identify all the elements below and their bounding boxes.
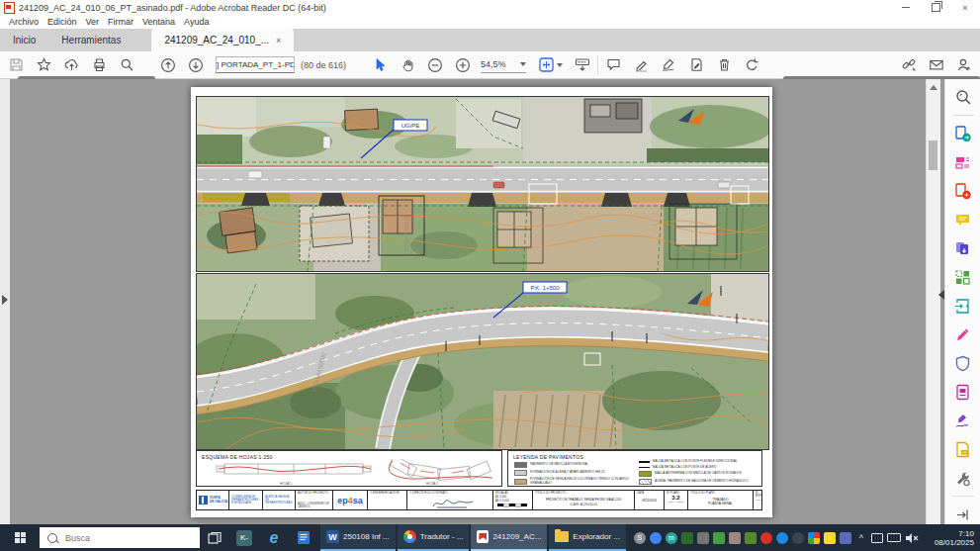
account-button[interactable] — [956, 57, 972, 73]
tray-icon-multicolor[interactable] — [808, 532, 820, 544]
share-link-button[interactable] — [901, 57, 917, 73]
tray-icon-m[interactable]: m — [666, 532, 677, 544]
plan-strip-lower: 150414AS0500 P.K. 1+500 — [196, 273, 769, 450]
taskbar-app-chrome[interactable]: Tradutor - ... — [398, 524, 470, 551]
tray-icon-blue2[interactable] — [776, 532, 788, 544]
tray-expand-icon[interactable]: ^ — [855, 532, 867, 544]
hand-icon — [401, 57, 415, 72]
zoom-out-button[interactable] — [427, 57, 443, 73]
menu-ayuda[interactable]: Ayuda — [184, 17, 209, 27]
edit-pdf-tool[interactable] — [952, 151, 974, 173]
tray-icon-keyboard[interactable] — [887, 533, 901, 542]
scroll-up-icon[interactable] — [930, 85, 937, 90]
zoom-in-button[interactable] — [455, 57, 471, 73]
scrollbar-thumb[interactable] — [929, 140, 937, 170]
taskbar-clock[interactable]: 7:10 08/01/2025 — [927, 529, 974, 547]
restore-button[interactable] — [921, 0, 950, 15]
taskbar-app-acrobat[interactable]: 241209_AC... — [471, 524, 547, 551]
menu-firmar[interactable]: Firmar — [108, 17, 134, 27]
pdf-page: 150414AS0500 UG/PE — [191, 87, 772, 517]
request-signatures-tool[interactable] — [952, 438, 974, 460]
create-pdf-tool[interactable] — [952, 180, 974, 202]
close-button[interactable]: × — [950, 0, 980, 15]
fill-and-sign-tool[interactable] — [952, 323, 974, 345]
menu-archivo[interactable]: Archivo — [9, 17, 39, 27]
tray-icon-skype[interactable]: S — [634, 532, 646, 544]
tab-close-icon[interactable]: × — [276, 36, 281, 46]
protect-tool[interactable] — [952, 352, 974, 374]
taskbar-app-explorer[interactable]: Explorador ... — [549, 524, 626, 551]
more-tools[interactable] — [952, 467, 974, 489]
tray-icon-red[interactable] — [760, 532, 772, 544]
pavement-legend-box: LEYENDA DE PAVIMENTOS PAVIMENTO DE MEZCL… — [507, 450, 762, 487]
task-view-button[interactable] — [200, 524, 229, 551]
highlight-tool-button[interactable] — [633, 57, 649, 73]
legend-item: PAVIMENTO DE MEZCLA BITUMINOSA — [514, 462, 629, 468]
search-tool[interactable] — [952, 86, 974, 108]
tray-icon-green-dark[interactable] — [681, 532, 693, 544]
find-button[interactable] — [119, 57, 134, 73]
taskbar-app-word[interactable]: W 250108 Inf ... — [320, 524, 396, 551]
epsa-logo-cell: ep4sa — [333, 491, 368, 509]
menu-ver[interactable]: Ver — [86, 17, 100, 27]
tab-document[interactable]: 241209_AC_24_010_... × — [151, 29, 294, 51]
tray-icon-dark[interactable] — [792, 532, 804, 544]
tray-icon-brush[interactable] — [729, 532, 741, 544]
tab-home[interactable]: Inicio — [0, 29, 48, 51]
comment-tool[interactable] — [952, 209, 974, 230]
comment-tool-button[interactable] — [605, 57, 621, 73]
tray-icon-gray[interactable] — [697, 532, 709, 544]
tray-icon-display[interactable] — [871, 533, 883, 543]
rotate-tool-button[interactable] — [744, 57, 759, 73]
tray-icon-sticky-note[interactable] — [824, 532, 836, 544]
combine-files-tool[interactable] — [952, 237, 974, 259]
chrome-icon — [403, 530, 416, 543]
sheet-1-label: HOJA 1 — [280, 482, 292, 486]
taskbar-search[interactable] — [40, 527, 200, 548]
page-display-button[interactable] — [575, 57, 590, 73]
wordpad-button[interactable] — [289, 524, 318, 551]
export-pdf-tool[interactable] — [952, 123, 974, 144]
select-tool-button[interactable] — [372, 57, 388, 73]
nav-pane-expand-icon[interactable] — [2, 295, 8, 305]
previous-page-button[interactable] — [160, 57, 176, 73]
next-page-button[interactable] — [188, 57, 204, 73]
tray-icon-shield[interactable] — [840, 532, 851, 544]
tab-tools[interactable]: Herramientas — [48, 29, 134, 51]
tray-icon-green2[interactable] — [745, 532, 757, 544]
email-button[interactable] — [929, 57, 944, 73]
chevron-down-icon[interactable] — [557, 63, 563, 67]
organize-pages-tool[interactable] — [952, 266, 974, 288]
zoom-level-select[interactable]: 54,5% — [481, 57, 526, 73]
time-label: 7:10 — [927, 529, 974, 538]
delete-tool-button[interactable] — [716, 57, 732, 73]
certificate-pen-icon — [954, 413, 971, 429]
start-button[interactable] — [0, 524, 40, 551]
compress-pdf-tool[interactable] — [952, 295, 974, 317]
search-input[interactable] — [63, 532, 186, 544]
hand-tool-button[interactable] — [400, 57, 415, 73]
aerial-plan-1: 150414AS0500 UG/PE — [197, 97, 768, 271]
shield-icon — [954, 355, 971, 372]
collapse-panel-button[interactable] — [952, 504, 974, 525]
volume-muted-icon[interactable] — [905, 532, 919, 544]
tray-icon-green[interactable] — [713, 532, 725, 544]
page-bookmark-field[interactable]: [1] PORTADA_PT_1-PDF — [216, 56, 295, 73]
certificates-tool[interactable] — [952, 410, 974, 431]
save-button[interactable] — [8, 57, 24, 73]
favorite-button[interactable] — [36, 57, 51, 73]
menubar: Archivo Edición Ver Firmar Ventana Ayuda — [0, 15, 980, 29]
tray-icon-blue[interactable] — [650, 532, 662, 544]
minimize-button[interactable] — [891, 0, 921, 15]
app-k-button[interactable]: K- — [229, 524, 259, 551]
stamp-tool-button[interactable] — [688, 57, 704, 73]
fit-page-button[interactable] — [538, 57, 554, 73]
sign-tool-button[interactable] — [661, 57, 676, 73]
internet-explorer-button[interactable]: e — [259, 524, 289, 551]
menu-ventana[interactable]: Ventana — [142, 17, 175, 27]
envelope-icon — [929, 57, 944, 72]
scan-ocr-tool[interactable] — [952, 381, 974, 403]
menu-edicion[interactable]: Edición — [47, 17, 77, 27]
print-button[interactable] — [91, 57, 107, 73]
share-button[interactable] — [63, 57, 79, 73]
